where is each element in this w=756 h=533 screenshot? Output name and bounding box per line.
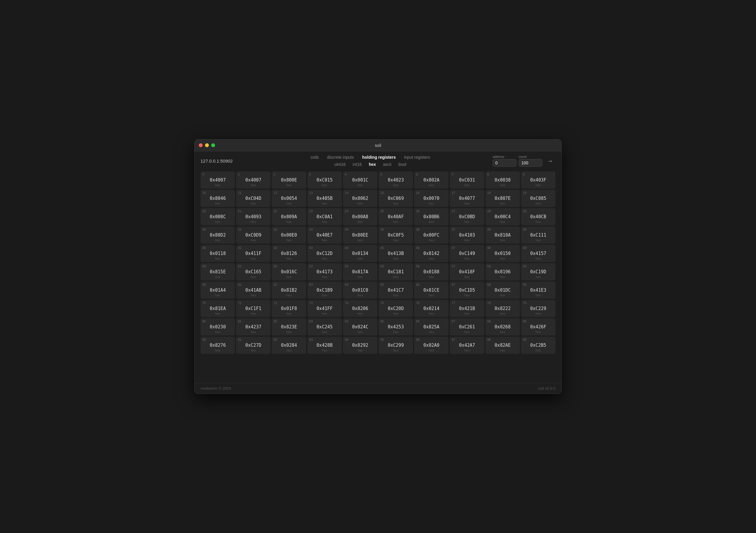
register-cell-65[interactable]: 650x41C7hex <box>379 281 413 299</box>
register-cell-1[interactable]: 10x4007hex <box>236 172 270 189</box>
tab-ascii[interactable]: ascii <box>382 161 392 167</box>
tab-coils[interactable]: coils <box>309 154 320 160</box>
register-cell-87[interactable]: 870xC261hex <box>450 318 484 335</box>
minimize-button[interactable] <box>205 143 209 147</box>
register-cell-18[interactable]: 180x807Ehex <box>486 190 520 207</box>
register-cell-90[interactable]: 900x8276hex <box>201 337 235 354</box>
register-cell-35[interactable]: 350xC0F5hex <box>379 227 413 244</box>
register-cell-10[interactable]: 100x8046hex <box>201 190 235 207</box>
register-cell-25[interactable]: 250x40AFhex <box>379 208 413 225</box>
register-cell-44[interactable]: 440x0134hex <box>343 245 377 262</box>
register-cell-49[interactable]: 490x4157hex <box>521 245 555 262</box>
register-cell-54[interactable]: 540x817Ahex <box>343 263 377 280</box>
register-cell-26[interactable]: 260x80B6hex <box>414 208 448 225</box>
register-cell-14[interactable]: 140x8062hex <box>343 190 377 207</box>
register-cell-12[interactable]: 120x0054hex <box>272 190 306 207</box>
close-button[interactable] <box>199 143 202 147</box>
maximize-button[interactable] <box>211 143 215 147</box>
register-cell-27[interactable]: 270xC0BDhex <box>450 208 484 225</box>
register-cell-78[interactable]: 780x8222hex <box>486 300 520 317</box>
register-cell-89[interactable]: 890x426Fhex <box>521 318 555 335</box>
register-cell-68[interactable]: 680x01DChex <box>486 281 520 299</box>
register-cell-9[interactable]: 90x403Fhex <box>521 172 555 189</box>
register-cell-67[interactable]: 670xC1D5hex <box>450 281 484 299</box>
register-cell-69[interactable]: 690x41E3hex <box>521 281 555 299</box>
tab-int16[interactable]: int16 <box>352 161 363 167</box>
register-cell-75[interactable]: 750xC20Dhex <box>379 300 413 317</box>
register-cell-70[interactable]: 700x81EAhex <box>201 300 235 317</box>
register-cell-5[interactable]: 50x4023hex <box>379 172 413 189</box>
address-input[interactable] <box>493 159 516 167</box>
register-cell-23[interactable]: 230xC0A1hex <box>308 208 342 225</box>
register-cell-62[interactable]: 620x81B2hex <box>272 281 306 299</box>
register-cell-30[interactable]: 300x80D2hex <box>201 227 235 244</box>
register-cell-74[interactable]: 740x8206hex <box>343 300 377 317</box>
register-cell-55[interactable]: 550xC181hex <box>379 263 413 280</box>
register-cell-32[interactable]: 320x00E0hex <box>272 227 306 244</box>
register-cell-22[interactable]: 220x809Ahex <box>272 208 306 225</box>
register-cell-61[interactable]: 610x41ABhex <box>236 281 270 299</box>
register-cell-16[interactable]: 160x0070hex <box>414 190 448 207</box>
tab-discrete-inputs[interactable]: discrete inputs <box>326 154 355 160</box>
count-input[interactable] <box>519 159 542 167</box>
register-cell-37[interactable]: 370x4103hex <box>450 227 484 244</box>
register-cell-46[interactable]: 460x8142hex <box>414 245 448 262</box>
register-cell-21[interactable]: 210x4093hex <box>236 208 270 225</box>
register-cell-29[interactable]: 290x40CBhex <box>521 208 555 225</box>
register-cell-58[interactable]: 580x8196hex <box>486 263 520 280</box>
register-cell-39[interactable]: 390xC111hex <box>521 227 555 244</box>
register-cell-96[interactable]: 960x02A0hex <box>414 337 448 354</box>
go-button[interactable]: → <box>545 156 555 166</box>
tab-hex[interactable]: hex <box>368 161 377 167</box>
register-cell-88[interactable]: 880x0268hex <box>486 318 520 335</box>
register-cell-80[interactable]: 800x0230hex <box>201 318 235 335</box>
tab-holding-registers[interactable]: holding registers <box>361 154 397 160</box>
register-cell-42[interactable]: 420x8126hex <box>272 245 306 262</box>
register-cell-11[interactable]: 110xC04Dhex <box>236 190 270 207</box>
register-cell-20[interactable]: 200x008Chex <box>201 208 235 225</box>
register-cell-45[interactable]: 450x413Bhex <box>379 245 413 262</box>
tab-input-registers[interactable]: input registers <box>403 154 431 160</box>
register-cell-2[interactable]: 20x800Ehex <box>272 172 306 189</box>
register-cell-83[interactable]: 830xC245hex <box>308 318 342 335</box>
register-cell-56[interactable]: 560x0188hex <box>414 263 448 280</box>
register-cell-71[interactable]: 710xC1F1hex <box>236 300 270 317</box>
register-cell-15[interactable]: 150xC069hex <box>379 190 413 207</box>
register-cell-0[interactable]: 00x4007hex <box>201 172 235 189</box>
register-cell-84[interactable]: 840x024Chex <box>343 318 377 335</box>
register-cell-4[interactable]: 40x001Chex <box>343 172 377 189</box>
register-cell-24[interactable]: 240x00A8hex <box>343 208 377 225</box>
register-cell-81[interactable]: 810x4237hex <box>236 318 270 335</box>
register-cell-36[interactable]: 360x00FChex <box>414 227 448 244</box>
register-cell-91[interactable]: 910xC27Dhex <box>236 337 270 354</box>
register-cell-73[interactable]: 730x41FFhex <box>308 300 342 317</box>
register-cell-38[interactable]: 380x810Ahex <box>486 227 520 244</box>
register-cell-92[interactable]: 920x0284hex <box>272 337 306 354</box>
register-cell-7[interactable]: 70xC031hex <box>450 172 484 189</box>
register-cell-94[interactable]: 940x8292hex <box>343 337 377 354</box>
register-cell-66[interactable]: 660x81CEhex <box>414 281 448 299</box>
register-cell-48[interactable]: 480x0150hex <box>486 245 520 262</box>
register-cell-57[interactable]: 570x418Fhex <box>450 263 484 280</box>
register-cell-50[interactable]: 500x815Ehex <box>201 263 235 280</box>
register-cell-86[interactable]: 860x825Ahex <box>414 318 448 335</box>
register-cell-33[interactable]: 330x40E7hex <box>308 227 342 244</box>
register-cell-28[interactable]: 280x00C4hex <box>486 208 520 225</box>
register-cell-6[interactable]: 60x802Ahex <box>414 172 448 189</box>
register-cell-53[interactable]: 530x4173hex <box>308 263 342 280</box>
register-cell-85[interactable]: 850x4253hex <box>379 318 413 335</box>
register-cell-76[interactable]: 760x0214hex <box>414 300 448 317</box>
register-cell-99[interactable]: 990xC2B5hex <box>521 337 555 354</box>
register-cell-97[interactable]: 970x42A7hex <box>450 337 484 354</box>
tab-bool[interactable]: bool <box>397 161 407 167</box>
register-cell-64[interactable]: 640x01C0hex <box>343 281 377 299</box>
register-cell-79[interactable]: 790xC229hex <box>521 300 555 317</box>
tab-uint16[interactable]: uint16 <box>333 161 347 167</box>
register-cell-3[interactable]: 30xC015hex <box>308 172 342 189</box>
register-cell-31[interactable]: 310xC0D9hex <box>236 227 270 244</box>
register-cell-98[interactable]: 980x82AEhex <box>486 337 520 354</box>
register-cell-93[interactable]: 930x428Bhex <box>308 337 342 354</box>
register-cell-19[interactable]: 190xC085hex <box>521 190 555 207</box>
register-cell-77[interactable]: 770x421Bhex <box>450 300 484 317</box>
register-cell-13[interactable]: 130x405Bhex <box>308 190 342 207</box>
